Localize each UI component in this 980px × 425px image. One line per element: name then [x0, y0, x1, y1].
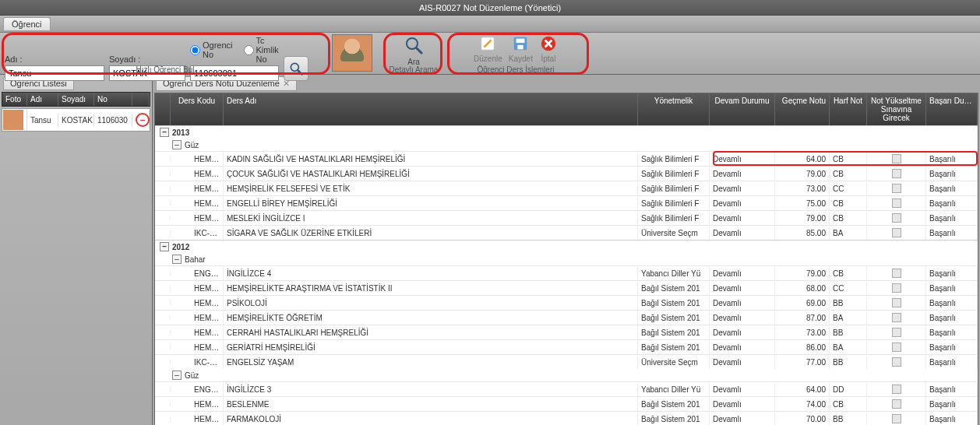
cell-code: ENG 204.01: [171, 267, 224, 280]
col-devam[interactable]: Devam Durumu: [710, 93, 775, 125]
course-row[interactable]: HEM100 BESLENME Bağıl Sistem 201 Devamlı…: [155, 396, 978, 411]
cell-not-yukseltme[interactable]: [867, 340, 926, 354]
checkbox-icon[interactable]: [892, 269, 901, 278]
semester-group[interactable]: –Güz: [155, 139, 978, 151]
course-row[interactable]: ENG 204.01 İNGİLİZCE 4 Yabancı Diller Yü…: [155, 265, 978, 280]
cell-not-yukseltme[interactable]: [867, 412, 926, 425]
kaydet-button[interactable]: Kaydet: [509, 34, 533, 63]
cell-name: HEMŞİRELİKTE ÖĞRETİM: [224, 311, 638, 325]
col-soyadi[interactable]: Soyadı: [58, 93, 94, 106]
checkbox-icon[interactable]: [892, 228, 901, 237]
checkbox-icon[interactable]: [892, 154, 901, 163]
radio-tc-no[interactable]: Tc Kimlik No: [244, 36, 279, 64]
course-row[interactable]: HEM201.02 HEMŞİRELİKTE ARAŞTIRMA VE İSTA…: [155, 280, 978, 295]
collapse-icon[interactable]: –: [160, 128, 169, 137]
left-grid-header: Foto Adı Soyadı No: [2, 92, 150, 107]
cell-bas: Başarılı: [926, 311, 978, 325]
cell-not-yukseltme[interactable]: [867, 311, 926, 325]
course-row[interactable]: HEM315 MESLEKİ İNGİLİZCE I Sağlık Biliml…: [155, 210, 978, 225]
checkbox-icon[interactable]: [892, 313, 901, 322]
iptal-button[interactable]: İptal: [539, 34, 558, 63]
window-title: AIS-R0027 Not Düzenleme (Yönetici): [0, 0, 980, 16]
tab-ogrenci[interactable]: Öğrenci: [3, 17, 51, 30]
col-adi[interactable]: Adı: [27, 93, 58, 106]
cell-yon: Sağlık Bilimleri F: [638, 153, 710, 166]
left-grid-row[interactable]: Tansu KOSTAK 1106030 –: [2, 108, 150, 132]
duzenle-button[interactable]: Düzenle: [474, 34, 502, 63]
checkbox-icon[interactable]: [892, 385, 901, 394]
col-ders-kodu[interactable]: Ders Kodu: [171, 93, 224, 125]
checkbox-icon[interactable]: [892, 184, 901, 193]
course-row[interactable]: HEM206 CERRAHİ HASTALIKLARI HEMŞRELİĞİ B…: [155, 325, 978, 339]
cell-bas: Başarılı: [926, 197, 978, 210]
cell-gec: 85.00: [775, 227, 830, 240]
right-pane: Öğrenci Ders Notu Düzenleme✕ Ders Kodu D…: [153, 75, 980, 425]
cell-harf: CB: [830, 212, 867, 225]
collapse-icon[interactable]: –: [160, 242, 169, 251]
course-row[interactable]: HEM303 ÇOCUK SAĞLIĞI VE HASTALIKLARI HEM…: [155, 166, 978, 181]
cell-not-yukseltme[interactable]: [867, 382, 926, 396]
course-row[interactable]: ENG 203.01 İNGİLİZCE 3 Yabancı Diller Yü…: [155, 381, 978, 396]
checkbox-icon[interactable]: [892, 283, 901, 293]
collapse-icon[interactable]: –: [172, 255, 182, 264]
cell-bas: Başarılı: [926, 153, 978, 166]
cell-not-yukseltme[interactable]: [867, 226, 926, 240]
checkbox-icon[interactable]: [892, 198, 901, 208]
search-icon: [404, 36, 423, 54]
checkbox-icon[interactable]: [892, 357, 901, 367]
course-row[interactable]: HEM202 PSİKOLOJİ Bağıl Sistem 201 Devaml…: [155, 295, 978, 310]
checkbox-icon[interactable]: [892, 399, 901, 409]
course-row[interactable]: HEM311 ENGELLİ BİREY HEMŞİRELİĞİ Sağlık …: [155, 195, 978, 210]
col-no[interactable]: No: [94, 93, 132, 106]
kaydet-label: Kaydet: [509, 54, 533, 63]
cell-bas: Başarılı: [926, 398, 978, 411]
cell-code: HEM204: [171, 311, 224, 325]
cell-code: HEM206: [171, 326, 224, 339]
cell-not-yukseltme[interactable]: [867, 397, 926, 411]
checkbox-icon[interactable]: [892, 342, 901, 352]
cell-not-yukseltme[interactable]: [867, 281, 926, 295]
course-row[interactable]: IKC-HEM.06 SİGARA VE SAĞLIK ÜZERİNE ETKİ…: [155, 225, 978, 240]
semester-group[interactable]: –Güz: [155, 369, 978, 381]
course-row[interactable]: HEM110 FARMAKOLOJİ Bağıl Sistem 201 Deva…: [155, 411, 978, 425]
radio-ogrenci-no[interactable]: Ogrenci No: [190, 36, 233, 64]
semester-group[interactable]: –Bahar: [155, 253, 978, 265]
checkbox-icon[interactable]: [892, 213, 901, 223]
cell-not-yukseltme[interactable]: [867, 152, 926, 166]
collapse-icon[interactable]: –: [172, 140, 182, 149]
cell-dev: Devamlı: [710, 413, 775, 426]
cell-harf: CC: [830, 182, 867, 195]
checkbox-icon[interactable]: [892, 414, 901, 423]
cell-not-yukseltme[interactable]: [867, 296, 926, 310]
cell-harf: BB: [830, 297, 867, 310]
course-row[interactable]: HEM216 GERİATRİ HEMŞİRELİĞİ Bağıl Sistem…: [155, 339, 978, 354]
col-ders-adi[interactable]: Ders Adı: [224, 93, 638, 125]
remove-button[interactable]: –: [136, 113, 150, 127]
cell-not-yukseltme[interactable]: [867, 196, 926, 210]
cell-not-yukseltme[interactable]: [867, 181, 926, 195]
col-yonetmelik[interactable]: Yönetmelik: [638, 93, 710, 125]
course-row[interactable]: HEM204 HEMŞİRELİKTE ÖĞRETİM Bağıl Sistem…: [155, 310, 978, 325]
cell-name: HEMŞİRELİKTE ARAŞTIRMA VE İSTATİSTİK II: [224, 282, 638, 295]
col-foto[interactable]: Foto: [2, 93, 27, 106]
cell-not-yukseltme[interactable]: [867, 167, 926, 181]
year-group[interactable]: –2013: [155, 125, 978, 139]
cell-not-yukseltme[interactable]: [867, 355, 926, 369]
col-gecme[interactable]: Geçme Notu: [775, 93, 830, 125]
cell-not-yukseltme[interactable]: [867, 211, 926, 225]
col-basari[interactable]: Başarı Durumu: [926, 93, 978, 125]
cell-not-yukseltme[interactable]: [867, 266, 926, 280]
col-not-yukseltme[interactable]: Not Yükseltme Sınavına Girecek: [867, 93, 926, 125]
cell-bas: Başarılı: [926, 212, 978, 225]
checkbox-icon[interactable]: [892, 328, 901, 337]
course-row[interactable]: HEM305 HEMŞİRELİK FELSEFESİ VE ETİK Sağl…: [155, 181, 978, 195]
course-row[interactable]: HEM301 KADIN SAĞLIĞI VE HASTALIKLARI HEM…: [155, 151, 978, 166]
checkbox-icon[interactable]: [892, 169, 901, 178]
col-harf[interactable]: Harf Not: [830, 93, 867, 125]
checkbox-icon[interactable]: [892, 298, 901, 307]
detail-search-button[interactable]: [403, 34, 425, 56]
year-group[interactable]: –2012: [155, 240, 978, 253]
course-row[interactable]: IKC-HEM.03 ENGELSİZ YAŞAM Üniversite Seç…: [155, 354, 978, 369]
collapse-icon[interactable]: –: [172, 371, 182, 380]
cell-not-yukseltme[interactable]: [867, 325, 926, 339]
